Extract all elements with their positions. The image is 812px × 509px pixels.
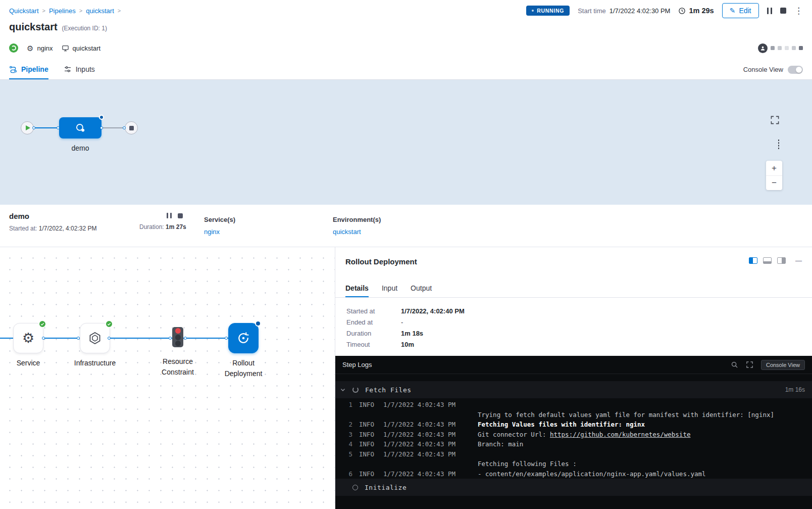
log-line-number: 5 <box>342 450 352 458</box>
console-view-toggle[interactable] <box>788 66 803 74</box>
log-level: INFO <box>359 440 378 448</box>
pipeline-end-node[interactable] <box>125 121 138 134</box>
step-node-infrastructure[interactable] <box>80 323 110 353</box>
marquee-icon <box>778 140 779 149</box>
log-line-number: 2 <box>342 421 352 428</box>
success-check-icon <box>38 320 46 328</box>
step-details-panel: Rollout Deployment — Details Input Outpu… <box>335 247 812 509</box>
search-icon[interactable] <box>731 361 738 368</box>
indicator-square <box>799 46 803 50</box>
connector-dot <box>184 337 187 340</box>
log-line-number: 6 <box>342 470 352 478</box>
service-meta: ⚙ nginx <box>27 44 53 52</box>
step-label-infrastructure: Infrastructure <box>65 358 125 368</box>
detail-row: Started at1/7/2022, 4:02:40 PM <box>346 307 801 315</box>
log-link[interactable]: https://github.com/kubernetes/website <box>550 431 690 438</box>
log-row: 6INFO1/7/2022 4:02:43 PM- content/en/exa… <box>335 469 812 479</box>
running-indicator-icon <box>99 115 104 120</box>
log-line-number: 3 <box>342 431 352 438</box>
page-title: quickstart <box>9 21 58 33</box>
log-section-fetch-files[interactable]: Fetch Files 1m 16s <box>335 381 812 398</box>
marquee-select-button[interactable] <box>778 140 779 149</box>
tab-output[interactable]: Output <box>411 280 432 297</box>
zoom-in-button[interactable]: + <box>766 161 782 175</box>
log-message: Fetching Values files with identifier: n… <box>478 421 645 428</box>
step-tabs: Details Input Output <box>335 280 812 298</box>
section-duration: 1m 16s <box>785 386 805 393</box>
log-message: - content/en/examples/application/nginx-… <box>478 470 706 478</box>
log-row: 3INFO1/7/2022 4:02:43 PMGit connector Ur… <box>335 430 812 440</box>
pause-execution-button[interactable] <box>767 8 773 14</box>
app-window: Quickstart > Pipelines > quickstart > RU… <box>0 0 812 509</box>
minimize-panel-icon[interactable]: — <box>795 257 802 264</box>
avatar-icon <box>758 43 768 53</box>
pipeline-graph: demo + − <box>0 80 812 205</box>
log-message: Trying to fetch default values yaml file… <box>478 411 774 419</box>
stage-node-demo[interactable] <box>59 117 102 138</box>
clock-icon <box>678 7 686 15</box>
log-message: Git connector Url: https://github.com/ku… <box>478 431 690 438</box>
spinner-icon <box>352 387 359 393</box>
pencil-icon: ✎ <box>730 7 736 15</box>
layout-bottom-icon[interactable] <box>763 257 772 264</box>
running-indicator-icon <box>255 320 261 327</box>
step-node-resource-constraint[interactable] <box>172 327 183 347</box>
fullscreen-button[interactable] <box>770 115 780 127</box>
zoom-out-button[interactable]: − <box>766 175 782 190</box>
breadcrumb-separator: > <box>42 8 45 14</box>
success-check-icon <box>105 320 113 328</box>
layout-split-left-icon[interactable] <box>749 257 757 264</box>
log-timestamp: 1/7/2022 4:02:43 PM <box>383 431 469 438</box>
detail-row: Duration1m 18s <box>346 330 801 337</box>
step-node-rollout-deployment[interactable] <box>228 323 259 353</box>
log-timestamp: 1/7/2022 4:02:43 PM <box>383 470 469 478</box>
log-timestamp: 1/7/2022 4:02:43 PM <box>383 440 469 448</box>
log-section-initialize[interactable]: Initialize <box>335 479 812 496</box>
pending-circle-icon <box>352 485 358 490</box>
log-level: INFO <box>359 401 378 408</box>
log-level: INFO <box>359 421 378 428</box>
stage-info-bar: demo Started at: 1/7/2022, 4:02:32 PM Du… <box>0 205 812 247</box>
tab-details[interactable]: Details <box>345 280 369 297</box>
tab-inputs[interactable]: Inputs <box>64 60 95 79</box>
environment-link[interactable]: quickstart <box>333 228 381 236</box>
edge <box>43 338 80 339</box>
environments-label: Environment(s) <box>333 216 381 223</box>
expand-logs-icon[interactable] <box>746 361 753 368</box>
environment-icon <box>62 44 69 52</box>
layout-split-right-icon[interactable] <box>777 257 786 264</box>
log-timestamp: 1/7/2022 4:02:43 PM <box>383 421 469 428</box>
tab-pipeline[interactable]: Pipeline <box>9 60 48 79</box>
abort-execution-button[interactable] <box>780 8 786 14</box>
tab-input[interactable]: Input <box>382 280 397 297</box>
gear-icon: ⚙ <box>22 332 34 345</box>
stage-pause-button[interactable] <box>167 213 172 218</box>
detail-row: Ended at- <box>346 318 801 326</box>
status-badge: RUNNING <box>526 6 570 16</box>
breadcrumb-link-pipeline-name[interactable]: quickstart <box>86 7 114 15</box>
log-row: Trying to fetch default values yaml file… <box>335 410 812 420</box>
lower-split: ⚙ Service Infrastructure Resource Constr… <box>0 247 812 509</box>
log-row: 1INFO1/7/2022 4:02:43 PM <box>335 400 812 410</box>
console-view-button[interactable]: Console View <box>761 360 805 370</box>
step-node-service[interactable]: ⚙ <box>13 323 43 353</box>
traffic-light-mid-icon <box>175 335 181 340</box>
stage-stop-button[interactable] <box>178 213 183 218</box>
detail-row: Timeout10m <box>346 341 801 348</box>
log-row: 2INFO1/7/2022 4:02:43 PMFetching Values … <box>335 420 812 430</box>
environment-name: quickstart <box>73 44 101 52</box>
log-row: Fetching following Files : <box>335 459 812 469</box>
service-link[interactable]: nginx <box>204 228 333 236</box>
log-level: INFO <box>359 431 378 438</box>
breadcrumb-separator: > <box>118 8 121 14</box>
edit-button[interactable]: ✎ Edit <box>722 3 759 18</box>
log-timestamp: 1/7/2022 4:02:43 PM <box>383 401 469 408</box>
more-options-icon[interactable]: ⋮ <box>794 7 803 15</box>
step-label-rollout-deployment: Rollout Deployment <box>218 358 269 379</box>
log-timestamp: 1/7/2022 4:02:43 PM <box>383 450 469 458</box>
gear-icon: ⚙ <box>27 44 33 52</box>
breadcrumb-link-quickstart[interactable]: Quickstart <box>9 7 39 15</box>
stage-name: demo <box>9 212 139 220</box>
breadcrumb-link-pipelines[interactable]: Pipelines <box>49 7 76 15</box>
elapsed-time: 1m 29s <box>678 7 714 15</box>
